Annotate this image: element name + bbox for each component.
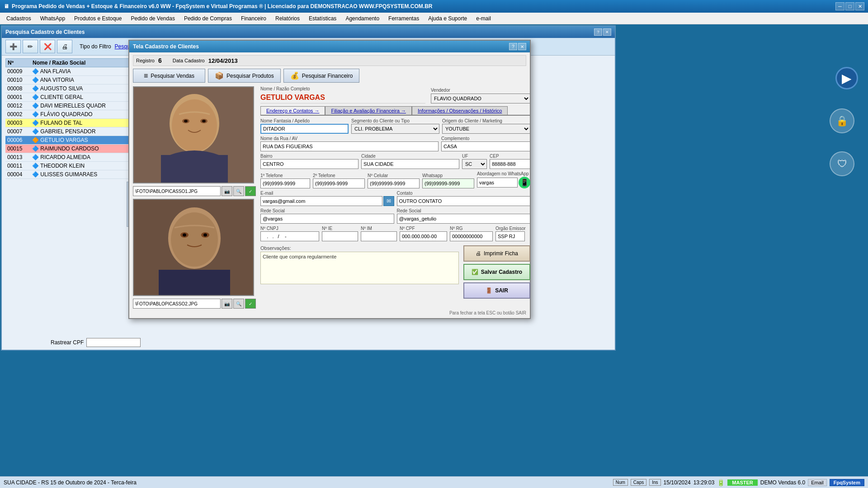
edit-client-button[interactable]: ✏ xyxy=(23,40,38,53)
pesquisar-produtos-button[interactable]: 📦 Pesquisar Produtos xyxy=(208,69,281,83)
rua-input[interactable]: RUA DAS FIGUEIRAS xyxy=(260,141,439,151)
imprimir-button[interactable]: 🖨 Imprimir Ficha xyxy=(463,245,530,262)
pesquisar-vendas-button[interactable]: ≡ Pesquisar Vendas xyxy=(133,69,205,83)
client-row-12[interactable]: 00004 🔷 ULISSES GUIMARAES xyxy=(5,170,132,179)
photo-1-confirm-button[interactable]: ✓ xyxy=(245,186,256,196)
client-num-11: 00011 xyxy=(7,163,32,169)
client-row-9[interactable]: 00015 🔷 RAIMUNDO CARDOSO xyxy=(5,145,132,153)
pesquisar-financeiro-button[interactable]: 💰 Pesquisar Financeiro xyxy=(283,69,360,83)
tel1-input[interactable]: (99)9999-9999 xyxy=(260,178,310,188)
photo-2-path-input[interactable]: \FOTO\PABLOPICASSO2.JPG xyxy=(133,299,221,309)
menu-ferramentas[interactable]: Ferramentas xyxy=(384,14,424,23)
client-row-7[interactable]: 00007 🔷 GABRIEL PENSADOR xyxy=(5,127,132,136)
photo-1-camera-button[interactable]: 📷 xyxy=(222,186,232,196)
nome-fantasia-input[interactable]: DITADOR xyxy=(260,124,349,134)
tab-informacoes[interactable]: Informações / Observações / Histórico xyxy=(412,106,508,115)
pesquisar-financeiro-label: Pesquisar Financeiro xyxy=(302,73,353,79)
fpq-button[interactable]: FpqSystem xyxy=(830,479,864,486)
client-row-3[interactable]: 00001 🔷 CLIENTE GERAL xyxy=(5,93,132,102)
title-bar: 🖥 Programa Pedido de Vendas + Estoque & … xyxy=(0,0,868,13)
whatsapp-icon[interactable]: 📱 xyxy=(519,177,530,188)
photo-1-path-input[interactable]: \FOTO\PABLOPICASSO1.JPG xyxy=(133,186,221,196)
menu-whatsapp[interactable]: WhatsApp xyxy=(36,14,70,23)
email-send-icon[interactable]: ✉ xyxy=(383,196,394,206)
search-close-button[interactable]: ✕ xyxy=(603,28,611,36)
menu-ajuda[interactable]: Ajuda e Suporte xyxy=(424,14,472,23)
sair-label: SAIR xyxy=(495,287,508,294)
minimize-button[interactable]: ─ xyxy=(835,2,844,10)
menu-agendamento[interactable]: Agendamento xyxy=(341,14,384,23)
bairro-input[interactable]: CENTRO xyxy=(260,159,359,169)
photo-2-camera-button[interactable]: 📷 xyxy=(222,299,232,309)
celular-input[interactable]: (99)99999-9999 xyxy=(368,178,420,188)
delete-client-button[interactable]: ❌ xyxy=(40,40,55,53)
menu-bar: Cadastros WhatsApp Produtos e Estoque Pe… xyxy=(0,13,868,24)
im-input[interactable] xyxy=(361,231,397,241)
tab-endereco[interactable]: Endereço e Contatos → xyxy=(260,106,325,115)
menu-relatorios[interactable]: Relatórios xyxy=(271,14,304,23)
segmento-select[interactable]: CLI. PROBLEMA xyxy=(351,124,439,134)
client-row-2[interactable]: 00008 🔷 AUGUSTO SILVA xyxy=(5,84,132,93)
shield-icon: 🛡 xyxy=(830,151,854,176)
photo-1-search-button[interactable]: 🔍 xyxy=(233,186,244,196)
client-row-6[interactable]: 00003 🔷 FULANO DE TAL xyxy=(5,119,132,127)
battery-icon: 🔋 xyxy=(717,479,725,486)
tab-filiacao[interactable]: Filiação e Avaliação Financeira → xyxy=(325,106,412,115)
rg-label: Nº RG xyxy=(450,226,493,231)
add-client-button[interactable]: ➕ xyxy=(5,40,21,53)
client-row-0[interactable]: 00009 🔷 ANA FLAVIA xyxy=(5,67,132,76)
contato-input[interactable]: OUTRO CONTATO xyxy=(397,196,531,206)
cpf-input[interactable]: 000.000.000-00 xyxy=(400,231,447,241)
cidade-input[interactable]: SUA CIDADE xyxy=(361,159,459,169)
main-content: \FOTO\PABLOPICASSO1.JPG 📷 🔍 ✓ xyxy=(133,86,526,309)
menu-produtos[interactable]: Produtos e Estoque xyxy=(70,14,126,23)
email-input[interactable]: vargas@gmail.com xyxy=(260,196,382,206)
menu-email[interactable]: e-mail xyxy=(472,14,495,23)
salvar-button[interactable]: ✅ Salvar Cadastro xyxy=(463,264,530,280)
menu-financeiro[interactable]: Financeiro xyxy=(236,14,271,23)
dialog-title-text: Tela Cadastro de Clientes xyxy=(133,43,199,50)
close-button[interactable]: ✕ xyxy=(855,2,864,10)
client-name-1: 🔷 ANA VITORIA xyxy=(32,77,130,83)
ie-input[interactable] xyxy=(322,231,358,241)
menu-pedido-compras[interactable]: Pedido de Compras xyxy=(179,14,236,23)
email-button[interactable]: Email xyxy=(808,479,827,486)
dialog-close-button[interactable]: ✕ xyxy=(518,43,526,50)
dialog-help-button[interactable]: ? xyxy=(509,43,517,50)
photo-2-confirm-button[interactable]: ✓ xyxy=(245,299,256,309)
rede-social1-input[interactable]: @vargas xyxy=(260,214,394,224)
svg-rect-7 xyxy=(161,155,228,183)
rastrear-cpf-input[interactable] xyxy=(86,338,141,347)
abordagem-input[interactable]: vargas xyxy=(477,178,518,188)
tel1-group: 1º Telefone (99)9999-9999 xyxy=(260,173,310,188)
title-bar-buttons: ─ □ ✕ xyxy=(835,2,864,10)
client-row-1[interactable]: 00010 🔷 ANA VITORIA xyxy=(5,76,132,84)
rg-input[interactable]: 00000000000 xyxy=(450,231,493,241)
print-client-button[interactable]: 🖨 xyxy=(57,40,72,53)
uf-select[interactable]: SC xyxy=(462,159,487,169)
whatsapp-input[interactable]: (99)99999-9999 xyxy=(422,178,474,188)
client-row-11[interactable]: 00011 🔷 THEODOR KLEIN xyxy=(5,162,132,170)
sair-button[interactable]: 🚪 SAIR xyxy=(463,282,530,299)
menu-cadastros[interactable]: Cadastros xyxy=(2,14,36,23)
cnpj-input[interactable]: . . / - xyxy=(260,231,319,241)
maximize-button[interactable]: □ xyxy=(845,2,854,10)
photo-2-search-button[interactable]: 🔍 xyxy=(233,299,244,309)
orgao-input[interactable]: SSP RJ xyxy=(495,231,525,241)
complemento-input[interactable]: CASA xyxy=(441,141,530,151)
menu-estatisticas[interactable]: Estatísticas xyxy=(304,14,341,23)
rede-social2-input[interactable]: @vargas_getulio xyxy=(397,214,531,224)
search-help-button[interactable]: ? xyxy=(594,28,602,36)
cep-input[interactable]: 88888-888 xyxy=(490,159,530,169)
client-row-10[interactable]: 00013 🔷 RICARDO ALMEIDA xyxy=(5,153,132,162)
main-dialog: Tela Cadastro de Clientes ? ✕ Registro 6… xyxy=(128,40,531,319)
client-row-4[interactable]: 00012 🔷 DAVI MEIRELLES QUADR xyxy=(5,102,132,110)
nav-forward-button[interactable]: ▶ xyxy=(835,67,858,89)
client-row-5[interactable]: 00002 🔷 FLÁVIO QUADRADO xyxy=(5,110,132,119)
menu-pedido-vendas[interactable]: Pedido de Vendas xyxy=(126,14,179,23)
tel2-input[interactable]: (99)9999-9999 xyxy=(313,178,365,188)
vendedor-select[interactable]: FLAVIO QUADRADO xyxy=(431,94,530,103)
toolbar-icons: ➕ ✏ ❌ 🖨 xyxy=(5,40,72,53)
origem-select[interactable]: YOUTUBE xyxy=(442,124,530,134)
client-row-8[interactable]: 00006 🔶 GETULIO VARGAS xyxy=(5,136,132,145)
